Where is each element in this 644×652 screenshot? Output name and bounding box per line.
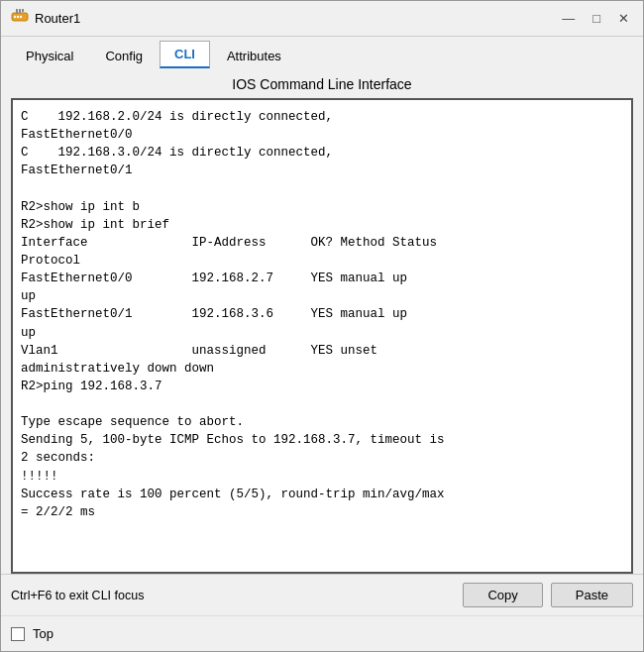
minimize-button[interactable]: — [558, 12, 579, 25]
svg-rect-5 [22, 9, 24, 12]
tab-cli[interactable]: CLI [160, 41, 210, 68]
router-window: Router1 — □ ✕ Physical Config CLI Attrib… [0, 0, 644, 652]
tab-config[interactable]: Config [90, 43, 158, 68]
tab-attributes[interactable]: Attributes [212, 43, 296, 68]
svg-rect-4 [19, 9, 21, 13]
title-left: Router1 [11, 8, 80, 30]
svg-point-1 [14, 15, 16, 17]
copy-button[interactable]: Copy [463, 583, 542, 607]
cli-output[interactable]: C 192.168.2.0/24 is directly connected, … [13, 100, 631, 572]
svg-point-3 [20, 15, 22, 17]
maximize-button[interactable]: □ [589, 12, 604, 25]
status-hint: Ctrl+F6 to exit CLI focus [11, 589, 144, 602]
action-buttons: Copy Paste [463, 583, 633, 607]
svg-rect-6 [16, 9, 18, 14]
router-icon [11, 8, 29, 30]
bottom-bar: Top [1, 615, 643, 651]
status-bar: Ctrl+F6 to exit CLI focus Copy Paste [1, 574, 643, 615]
cli-area: C 192.168.2.0/24 is directly connected, … [11, 98, 633, 574]
window-controls: — □ ✕ [558, 12, 633, 25]
tab-bar: Physical Config CLI Attributes [1, 37, 643, 68]
section-header: IOS Command Line Interface [1, 68, 643, 98]
top-label: Top [33, 626, 54, 641]
tab-physical[interactable]: Physical [11, 43, 88, 68]
top-checkbox[interactable] [11, 627, 25, 641]
window-title: Router1 [35, 11, 80, 26]
title-bar: Router1 — □ ✕ [1, 1, 643, 37]
svg-point-2 [17, 15, 19, 17]
paste-button[interactable]: Paste [551, 583, 633, 607]
close-button[interactable]: ✕ [614, 12, 633, 25]
